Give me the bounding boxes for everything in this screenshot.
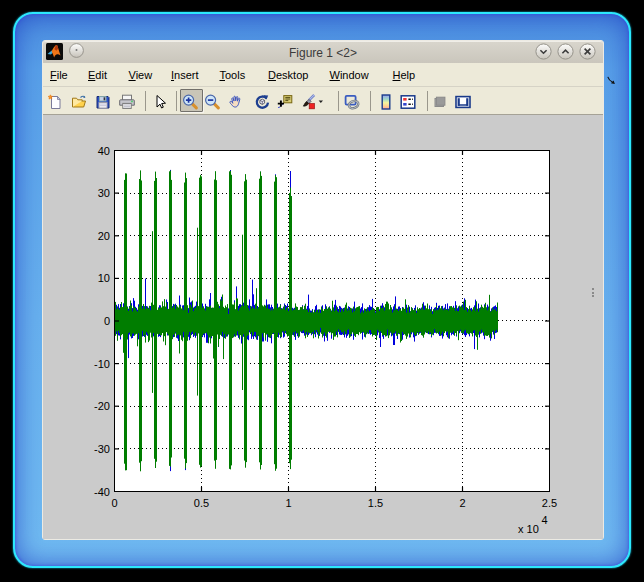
svg-text:2: 2 bbox=[459, 497, 465, 509]
svg-text:-40: -40 bbox=[94, 486, 110, 498]
svg-text:20: 20 bbox=[98, 230, 110, 242]
svg-text:1.5: 1.5 bbox=[368, 497, 383, 509]
svg-text:10: 10 bbox=[98, 272, 110, 284]
svg-text:40: 40 bbox=[98, 145, 110, 157]
svg-text:4: 4 bbox=[542, 514, 548, 526]
svg-text:1: 1 bbox=[285, 497, 291, 509]
svg-text:0: 0 bbox=[104, 315, 110, 327]
svg-text:-10: -10 bbox=[94, 358, 110, 370]
svg-text:0.5: 0.5 bbox=[194, 497, 209, 509]
svg-text:-20: -20 bbox=[94, 400, 110, 412]
svg-text:-30: -30 bbox=[94, 443, 110, 455]
svg-text:30: 30 bbox=[98, 187, 110, 199]
svg-text:2.5: 2.5 bbox=[542, 497, 557, 509]
svg-text:0: 0 bbox=[111, 497, 117, 509]
svg-text:x 10: x 10 bbox=[518, 523, 539, 535]
